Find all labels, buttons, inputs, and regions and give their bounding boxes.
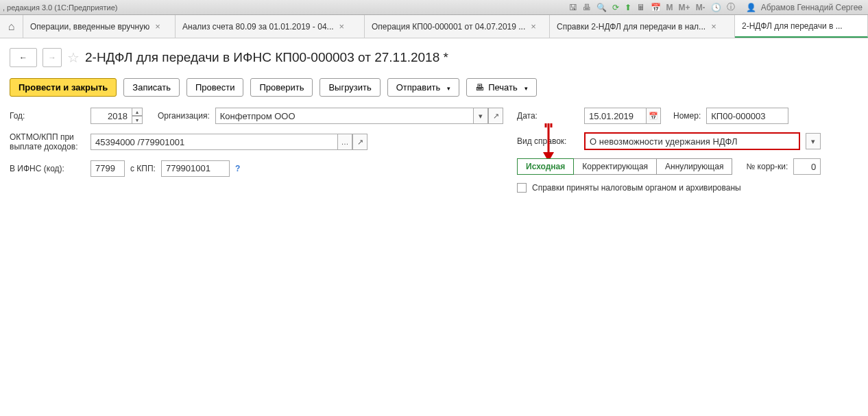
- correction-type-segment: Исходная Корректирующая Аннулирующая: [517, 158, 732, 175]
- tab-operations[interactable]: Операции, введенные вручную ×: [23, 15, 176, 38]
- org-label: Организация:: [158, 111, 210, 121]
- action-toolbar: Провести и закрыть Записать Провести Про…: [10, 78, 858, 97]
- year-input[interactable]: 2018: [91, 108, 132, 124]
- home-icon: ⌂: [8, 21, 15, 33]
- open-button[interactable]: ↗: [352, 134, 367, 150]
- preview-icon[interactable]: 🔍: [595, 3, 608, 12]
- tab-analysis[interactable]: Анализ счета 80.09 за 01.01.2019 - 04...…: [176, 15, 365, 38]
- printer-icon: [475, 82, 484, 93]
- oktmo-input[interactable]: 45394000 /779901001: [91, 134, 337, 150]
- tab-operation-kp[interactable]: Операция КП00-000001 от 04.07.2019 ... ×: [365, 15, 550, 38]
- vid-input[interactable]: О невозможности удержания НДФЛ: [586, 134, 799, 149]
- tab-label: Операция КП00-000001 от 04.07.2019 ...: [372, 22, 525, 32]
- window-titlebar: , редакция 3.0 (1С:Предприятие) 🖫 🖶 🔍 ⟳ …: [0, 0, 868, 15]
- zoom-m-icon[interactable]: M: [665, 3, 675, 12]
- seg-initial[interactable]: Исходная: [517, 158, 574, 175]
- arrow-left-icon: ←: [19, 53, 27, 62]
- export-button[interactable]: Выгрузить: [320, 78, 380, 97]
- close-icon[interactable]: ×: [711, 21, 716, 32]
- nav-row: ← → ☆ 2-НДФЛ для передачи в ИФНС КП00-00…: [10, 48, 858, 67]
- favorite-star-icon[interactable]: ☆: [67, 49, 80, 66]
- vid-label: Вид справок:: [517, 136, 579, 146]
- tab-label: Операции, введенные вручную: [30, 22, 149, 32]
- arrow-right-icon: →: [48, 53, 56, 62]
- calendar-icon[interactable]: 📅: [649, 3, 662, 12]
- save-icon[interactable]: 🖫: [568, 3, 579, 12]
- open-button[interactable]: ↗: [488, 108, 503, 124]
- corr-input[interactable]: 0: [793, 158, 821, 175]
- calendar-button[interactable]: 📅: [646, 108, 661, 124]
- archived-label: Справки приняты налоговым органом и архи…: [532, 183, 741, 193]
- post-button[interactable]: Провести: [186, 78, 244, 97]
- vid-dropdown-button[interactable]: ▾: [806, 133, 821, 149]
- year-up-button[interactable]: ▴: [132, 108, 143, 116]
- send-button[interactable]: Отправить: [387, 78, 459, 97]
- vid-field-highlight: О невозможности удержания НДФЛ: [584, 132, 800, 150]
- export-icon[interactable]: ⬆: [623, 3, 633, 12]
- corr-label: № корр-ки:: [746, 162, 788, 171]
- post-and-close-button[interactable]: Провести и закрыть: [10, 78, 117, 97]
- close-icon[interactable]: ×: [531, 21, 536, 32]
- date-label: Дата:: [517, 111, 579, 121]
- calendar-icon: 📅: [649, 112, 658, 121]
- check-button[interactable]: Проверить: [250, 78, 313, 97]
- ifns-input[interactable]: 7799: [91, 160, 125, 177]
- user-menu[interactable]: 👤 Абрамов Геннадий Сергее: [743, 3, 865, 12]
- user-icon: 👤: [745, 3, 758, 12]
- calculator-icon[interactable]: 🖩: [636, 3, 647, 12]
- date-input[interactable]: 15.01.2019: [584, 108, 646, 124]
- org-input[interactable]: Конфетпром ООО: [215, 108, 473, 124]
- year-label: Год:: [10, 111, 85, 121]
- chevron-down-icon: [522, 82, 528, 93]
- seg-correcting[interactable]: Корректирующая: [574, 158, 657, 175]
- titlebar-toolbar: 🖫 🖶 🔍 ⟳ ⬆ 🖩 📅 M M+ M- 🕓 ⓘ 👤 Абрамов Генн…: [568, 1, 865, 13]
- tabbar: ⌂ Операции, введенные вручную × Анализ с…: [0, 15, 868, 38]
- oktmo-label-1: ОКТМО/КПП при: [10, 132, 74, 142]
- oktmo-field[interactable]: 45394000 /779901001 … ↗: [91, 134, 367, 150]
- user-name: Абрамов Геннадий Сергее: [760, 3, 864, 12]
- number-label: Номер:: [673, 111, 701, 121]
- dropdown-button[interactable]: ▾: [473, 108, 488, 124]
- help-icon[interactable]: ?: [235, 164, 240, 173]
- select-button[interactable]: …: [337, 134, 352, 150]
- home-tab[interactable]: ⌂: [0, 15, 23, 38]
- ifns-label: В ИФНС (код):: [10, 164, 85, 173]
- print-button[interactable]: Печать: [466, 78, 537, 97]
- form: Год: 2018 ▴ ▾ Организация: Конфетпром ОО…: [10, 108, 858, 193]
- oktmo-label-2: выплате доходов:: [10, 142, 77, 151]
- print-icon[interactable]: 🖶: [581, 3, 592, 12]
- zoom-mminus-icon[interactable]: M-: [695, 3, 707, 12]
- tab-label: Анализ счета 80.09 за 01.01.2019 - 04...: [182, 22, 334, 32]
- tab-label: 2-НДФЛ для передачи в ...: [742, 21, 843, 31]
- info-icon[interactable]: ⓘ: [725, 1, 736, 13]
- kpp-label: с КПП:: [130, 164, 156, 173]
- org-field[interactable]: Конфетпром ООО ▾ ↗: [215, 108, 503, 124]
- close-icon[interactable]: ×: [155, 21, 160, 32]
- seg-cancel[interactable]: Аннулирующая: [657, 158, 732, 175]
- tab-spravki[interactable]: Справки 2-НДФЛ для передачи в нал... ×: [550, 15, 735, 38]
- close-icon[interactable]: ×: [339, 21, 345, 32]
- tab-label: Справки 2-НДФЛ для передачи в нал...: [557, 22, 706, 32]
- clock-icon[interactable]: 🕓: [710, 3, 723, 12]
- year-down-button[interactable]: ▾: [132, 116, 143, 124]
- send-label: Отправить: [396, 82, 440, 93]
- chevron-down-icon: [444, 82, 450, 93]
- page-title: 2-НДФЛ для передачи в ИФНС КП00-000003 о…: [85, 50, 448, 65]
- archived-checkbox[interactable]: [517, 183, 527, 193]
- record-button[interactable]: Записать: [123, 78, 180, 97]
- print-label: Печать: [488, 82, 518, 93]
- kpp-input[interactable]: 779901001: [161, 160, 230, 177]
- window-title: , редакция 3.0 (1С:Предприятие): [3, 3, 568, 12]
- tab-2ndfl[interactable]: 2-НДФЛ для передачи в ...: [735, 15, 868, 38]
- number-input[interactable]: КП00-000003: [706, 108, 788, 124]
- refresh-icon[interactable]: ⟳: [611, 3, 620, 12]
- zoom-mplus-icon[interactable]: M+: [677, 3, 692, 12]
- back-button[interactable]: ←: [10, 48, 37, 67]
- year-field[interactable]: 2018 ▴ ▾: [91, 108, 143, 124]
- forward-button[interactable]: →: [43, 48, 62, 67]
- date-field[interactable]: 15.01.2019 📅: [584, 108, 661, 124]
